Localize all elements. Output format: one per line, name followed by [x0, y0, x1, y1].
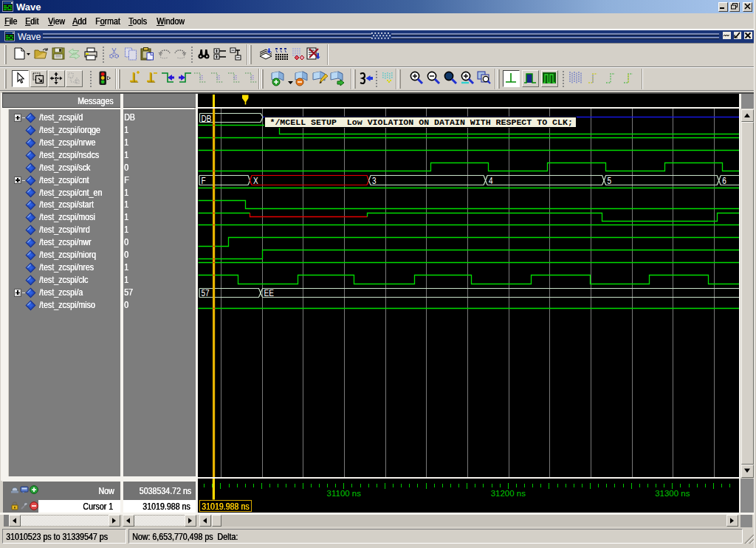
svg-text:31100 ns: 31100 ns — [327, 489, 362, 498]
svg-text:X: X — [253, 175, 258, 185]
svg-text:4: 4 — [489, 175, 493, 185]
svg-text:31200 ns: 31200 ns — [491, 489, 526, 498]
svg-text:DB: DB — [202, 113, 212, 123]
svg-text:EE: EE — [264, 288, 275, 298]
svg-text:6: 6 — [722, 175, 726, 185]
svg-text:57: 57 — [202, 288, 210, 298]
svg-text:5: 5 — [608, 175, 612, 185]
svg-text:F: F — [202, 175, 206, 185]
svg-text:3: 3 — [372, 175, 377, 185]
svg-text:31300 ns: 31300 ns — [655, 489, 690, 498]
